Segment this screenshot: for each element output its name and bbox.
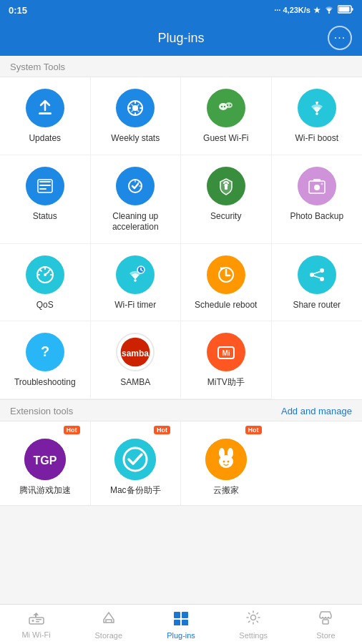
svg-rect-24 (313, 179, 321, 182)
cloud-move-icon (205, 439, 247, 480)
svg-point-65 (251, 615, 256, 620)
wifi-timer-icon (116, 255, 155, 294)
svg-point-12 (230, 104, 231, 106)
tgp-hot-badge: Hot (64, 426, 80, 434)
ext-item-cloud-move[interactable]: Hot 云搬家 (181, 421, 272, 505)
ext-item-mac-backup[interactable]: Hot Mac备份助手 (91, 421, 182, 505)
cloud-move-label: 云搬家 (213, 484, 239, 497)
grid-item-cleanup[interactable]: Cleaning up acceleration (91, 155, 182, 244)
share-router-label: Share router (293, 300, 341, 311)
mitv-icon: Mi (207, 333, 245, 371)
storage-nav-label: Storage (95, 631, 123, 640)
svg-rect-15 (39, 181, 51, 182)
svg-text:TGP: TGP (33, 454, 57, 467)
grid-item-schedule-reboot[interactable]: Schedule reboot (181, 244, 272, 322)
nav-item-storage[interactable]: Storage (72, 605, 145, 644)
weekly-stats-label: Weekly stats (111, 133, 160, 145)
grid-item-share-router[interactable]: Share router (272, 244, 363, 322)
svg-rect-3 (339, 7, 350, 12)
svg-rect-59 (36, 619, 41, 620)
svg-point-56 (228, 460, 230, 462)
bluetooth-icon: ★ (313, 6, 321, 15)
svg-line-39 (313, 275, 320, 278)
nav-item-plug-ins[interactable]: Plug-ins (145, 605, 217, 644)
weekly-stats-icon (116, 89, 155, 127)
troubleshooting-icon: ? (26, 333, 64, 371)
svg-rect-66 (323, 620, 328, 624)
system-tools-label: System Tools (0, 56, 362, 77)
settings-nav-icon (245, 610, 261, 629)
security-icon (207, 167, 245, 205)
photo-backup-icon (298, 167, 336, 205)
add-manage-link[interactable]: Add and manage (281, 406, 352, 416)
svg-point-29 (134, 279, 137, 282)
system-tools-grid: Updates Weekly stats (0, 77, 362, 400)
wifi-icon (323, 5, 335, 15)
svg-text:samba: samba (122, 348, 149, 358)
svg-point-25 (321, 182, 323, 185)
svg-point-23 (314, 185, 320, 190)
svg-rect-61 (174, 612, 180, 618)
share-router-icon (298, 255, 336, 294)
grid-item-qos[interactable]: QoS (0, 244, 91, 322)
svg-point-49 (114, 439, 156, 480)
grid-item-security[interactable]: Security (181, 155, 272, 244)
mi-wifi-nav-icon (28, 610, 45, 628)
grid-item-mitv[interactable]: Mi MiTV助手 (181, 321, 272, 399)
grid-item-troubleshooting[interactable]: ? Troubleshooting (0, 321, 91, 399)
tgp-icon: TGP (24, 439, 66, 480)
extension-tools-grid: Hot TGP 腾讯游戏加速 Hot Mac备份助手 (0, 421, 362, 506)
svg-point-28 (44, 273, 47, 276)
plug-ins-nav-icon (172, 610, 190, 629)
grid-item-weekly-stats[interactable]: Weekly stats (91, 77, 182, 155)
svg-rect-64 (182, 620, 188, 625)
svg-marker-14 (315, 102, 318, 104)
nav-item-settings[interactable]: Settings (217, 605, 290, 644)
status-indicators: ··· 4,23K/s ★ (274, 5, 353, 15)
grid-item-wifi-timer[interactable]: Wi-Fi timer (91, 244, 182, 322)
svg-point-53 (219, 448, 225, 458)
grid-item-guest-wifi[interactable]: Guest Wi-Fi (181, 77, 272, 155)
main-content: System Tools Updates Wee (0, 56, 362, 604)
grid-item-status[interactable]: Status (0, 155, 91, 244)
updates-icon (26, 89, 64, 127)
mac-backup-label: Mac备份助手 (110, 484, 161, 497)
cleanup-icon (116, 167, 155, 205)
wifi-boost-label: Wi-Fi boost (295, 133, 338, 145)
wifi-timer-label: Wi-Fi timer (114, 300, 156, 311)
nav-item-store[interactable]: Store (290, 605, 362, 644)
storage-nav-icon (101, 610, 117, 629)
nav-item-mi-wifi[interactable]: Mi Wi-Fi (0, 605, 72, 644)
grid-item-samba[interactable]: samba SAMBA (91, 321, 182, 399)
status-icon (26, 167, 64, 205)
updates-label: Updates (29, 133, 61, 145)
qos-icon (26, 255, 64, 294)
svg-point-37 (320, 277, 324, 281)
status-bar: 0:15 ··· 4,23K/s ★ (0, 0, 362, 20)
svg-rect-2 (352, 8, 353, 11)
bottom-nav: Mi Wi-Fi Storage Plug-ins (0, 604, 362, 644)
ext-item-tgp[interactable]: Hot TGP 腾讯游戏加速 (0, 421, 91, 505)
grid-item-updates[interactable]: Updates (0, 77, 91, 155)
tgp-label: 腾讯游戏加速 (19, 484, 71, 497)
battery-icon (338, 5, 353, 15)
svg-point-36 (320, 268, 324, 273)
grid-item-photo-backup[interactable]: Photo Backup (272, 155, 363, 244)
network-speed: ··· 4,23K/s (274, 6, 310, 14)
troubleshooting-label: Troubleshooting (14, 377, 76, 389)
grid-item-wifi-boost[interactable]: Wi-Fi boost (272, 77, 363, 155)
mac-hot-badge: Hot (154, 426, 170, 434)
status-label: Status (33, 211, 57, 223)
settings-nav-label: Settings (239, 631, 268, 640)
extension-tools-label: Extension tools (10, 406, 73, 416)
page-title: Plug-ins (157, 31, 204, 46)
svg-point-10 (224, 106, 225, 107)
samba-label: SAMBA (120, 377, 150, 389)
mi-wifi-nav-label: Mi Wi-Fi (21, 630, 50, 639)
status-time: 0:15 (9, 5, 27, 16)
guest-wifi-icon (207, 89, 245, 127)
store-nav-icon (318, 610, 333, 629)
svg-point-58 (31, 620, 34, 622)
menu-button[interactable]: ··· (328, 26, 352, 50)
extension-tools-header: Extension tools Add and manage (0, 400, 362, 421)
